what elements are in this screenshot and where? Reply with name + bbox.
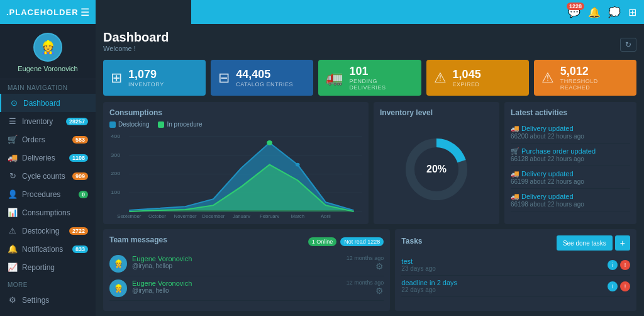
- deliveries-badge: 1108: [69, 154, 88, 162]
- inventory-icon: ☰: [8, 116, 18, 126]
- bell-icon[interactable]: 🔔: [588, 6, 601, 18]
- sidebar-item-label: Reporting: [22, 263, 55, 272]
- chart-svg: 400 300 200 100: [109, 130, 362, 218]
- dashboard-content: Dashboard Welcome ! ↻ ⊞ 1,079 INVENTORY …: [96, 24, 644, 316]
- sidebar-item-label: Cycle counts: [22, 172, 65, 181]
- sidebar-item-label: Inventory: [22, 117, 53, 126]
- task-name[interactable]: deadline in 2 days: [401, 279, 457, 286]
- orders-icon: 🛒: [8, 135, 18, 144]
- msg-avatar: 👷: [109, 255, 127, 273]
- tasks-title: Tasks: [401, 237, 422, 245]
- msg-time: 12 months ago⚙: [347, 279, 384, 296]
- chart-legend: Destocking In procedure: [109, 121, 362, 128]
- sidebar-item-dashboard[interactable]: ⊙ Dashboard: [0, 94, 96, 112]
- sidebar: .PLACEHOLDER ☰ 👷 Eugene Voronovich Main …: [0, 0, 96, 316]
- threshold-stat-icon: ⚠: [541, 70, 554, 86]
- see-done-tasks-button[interactable]: See done tasks: [557, 235, 613, 251]
- svg-text:April: April: [321, 213, 331, 218]
- chart-panel: Consumptions Destocking In procedure 400: [103, 102, 369, 224]
- notifications-badge: 833: [72, 245, 88, 253]
- msg-time: 12 months ago⚙: [347, 255, 384, 271]
- add-task-button[interactable]: +: [615, 235, 630, 251]
- task-sub: 22 days ago: [401, 286, 457, 293]
- messages-title: Team messages: [109, 235, 167, 244]
- hamburger-icon[interactable]: ☰: [80, 6, 89, 18]
- task-badge-red: !: [620, 281, 630, 291]
- activity-link[interactable]: 🚚 Delivery updated: [511, 125, 574, 132]
- sidebar-item-procedures[interactable]: 👤 Procedures 0: [0, 185, 96, 203]
- messages-panel: Team messages 1 Online Not read 1228 👷 E…: [103, 229, 390, 311]
- catalog-label: CATALOG ENTRIES: [236, 81, 293, 87]
- task-sub: 23 days ago: [401, 265, 436, 272]
- user-name: Eugene Voronovich: [18, 65, 77, 72]
- page-subtitle: Welcome !: [103, 45, 169, 52]
- sidebar-item-consumptions[interactable]: 📊 Consumptions: [0, 203, 96, 222]
- stat-card-inventory[interactable]: ⊞ 1,079 INVENTORY: [103, 60, 206, 96]
- deliveries-icon: 🚚: [8, 153, 18, 162]
- expired-number: 1,045: [453, 68, 481, 81]
- sidebar-item-cycle-counts[interactable]: ↻ Cycle counts 909: [0, 167, 96, 185]
- activity-link[interactable]: 🛒 Purchase order updated: [511, 147, 596, 155]
- sidebar-item-settings[interactable]: ⚙ Settings: [0, 291, 96, 309]
- bottom-row: Team messages 1 Online Not read 1228 👷 E…: [103, 229, 636, 311]
- sidebar-item-destocking[interactable]: ⚠ Destocking 2722: [0, 222, 96, 240]
- activity-item: 🚚 Delivery updated 66199 about 22 hours …: [511, 166, 630, 189]
- message-item: 👷 Eugene Voronovich @iryna, hello 12 mon…: [109, 276, 384, 301]
- procedures-badge: 0: [79, 191, 88, 198]
- sidebar-item-label: Settings: [22, 296, 49, 305]
- inventory-stat-icon: ⊞: [111, 70, 122, 86]
- catalog-number: 44,405: [236, 68, 293, 81]
- activity-item: 🚚 Delivery updated 66198 about 22 hours …: [511, 189, 630, 212]
- activity-item: 🚚 Delivery updated 66200 about 22 hours …: [511, 121, 630, 144]
- sidebar-item-label: Deliveries: [22, 154, 55, 162]
- settings-icon: ⚙: [8, 295, 18, 305]
- inprocedure-legend-dot: [158, 121, 164, 128]
- nav-section-main: Main Navigation: [0, 79, 96, 94]
- refresh-button[interactable]: ↻: [620, 38, 636, 52]
- sidebar-item-label: Consumptions: [22, 208, 70, 217]
- activity-sub: 66199 about 22 hours ago: [511, 178, 630, 185]
- chat-icon[interactable]: 💬 1228: [568, 6, 580, 18]
- stat-card-catalog[interactable]: ⊟ 44,405 CATALOG ENTRIES: [211, 60, 313, 96]
- notifications-icon: 🔔: [8, 244, 18, 254]
- sidebar-item-deliveries[interactable]: 🚚 Deliveries 1108: [0, 149, 96, 167]
- activity-item: 🛒 Purchase order updated 66128 about 22 …: [511, 144, 630, 166]
- procedures-icon: 👤: [8, 189, 18, 199]
- activity-link[interactable]: 🚚 Delivery updated: [511, 170, 574, 178]
- chart-area: 400 300 200 100: [109, 130, 362, 218]
- expired-stat-icon: ⚠: [434, 70, 447, 86]
- activities-panel: Latest activities 🚚 Delivery updated 662…: [504, 102, 636, 224]
- user-profile: 👷 Eugene Voronovich: [0, 24, 96, 79]
- dashboard-icon: ⊙: [9, 98, 19, 108]
- message-icon[interactable]: 💭: [608, 6, 621, 18]
- pending-stat-icon: 🚛: [326, 70, 343, 86]
- stats-row: ⊞ 1,079 INVENTORY ⊟ 44,405 CATALOG ENTRI…: [103, 60, 636, 96]
- msg-sender-name: Eugene Voronovich: [132, 255, 341, 262]
- stat-card-pending[interactable]: 🚛 101 PENDING DELIVERIES: [318, 60, 421, 96]
- brand-logo: .PLACEHOLDER: [6, 8, 79, 17]
- activity-link[interactable]: 🚚 Delivery updated: [511, 193, 574, 200]
- inprocedure-legend-label: In procedure: [167, 121, 202, 128]
- legend-inprocedure: In procedure: [158, 121, 202, 128]
- stat-card-threshold[interactable]: ⚠ 5,012 THRESHOLD REACHED: [534, 60, 636, 96]
- grid-icon[interactable]: ⊞: [628, 6, 636, 18]
- sidebar-item-reporting[interactable]: 📈 Reporting: [0, 258, 96, 276]
- stat-card-expired[interactable]: ⚠ 1,045 EXPIRED: [426, 60, 529, 96]
- message-item: 👷 Eugene Voronovich @iryna, hellop 12 mo…: [109, 252, 384, 276]
- destocking-badge: 2722: [69, 227, 88, 235]
- destocking-legend-label: Destocking: [118, 121, 149, 128]
- task-item: deadline in 2 days 22 days ago i !: [401, 276, 630, 297]
- task-name[interactable]: test: [401, 257, 436, 265]
- sidebar-item-inventory[interactable]: ☰ Inventory 28257: [0, 112, 96, 130]
- svg-text:September: September: [117, 213, 142, 218]
- donut-percentage: 20%: [426, 164, 447, 174]
- destocking-legend-dot: [109, 121, 116, 128]
- svg-text:February: February: [260, 213, 280, 218]
- sidebar-item-orders[interactable]: 🛒 Orders 583: [0, 130, 96, 149]
- consumptions-icon: 📊: [8, 208, 18, 217]
- catalog-stat-icon: ⊟: [218, 70, 230, 86]
- donut-container: 20%: [380, 121, 493, 218]
- sidebar-item-label: Destocking: [22, 227, 59, 235]
- sidebar-item-notifications[interactable]: 🔔 Notifications 833: [0, 240, 96, 258]
- chart-point: [296, 163, 300, 167]
